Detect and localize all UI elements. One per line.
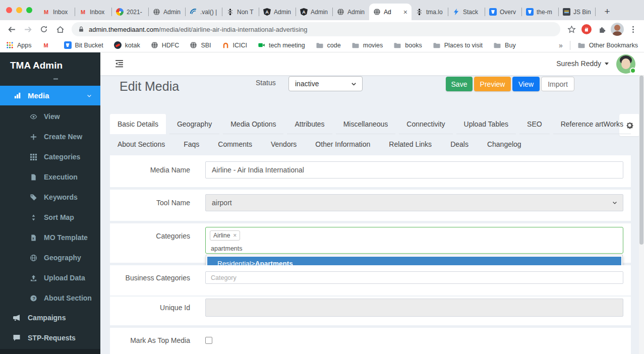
tab-close-icon[interactable]: × <box>403 9 407 16</box>
bookmark-bitbucket[interactable]: Bit Bucket <box>64 41 103 49</box>
tag-remove-icon[interactable]: × <box>233 232 237 239</box>
browser-tab[interactable]: .val() | <box>186 4 222 20</box>
sidebar-item-stp-requests[interactable]: STP-Requests <box>0 328 100 348</box>
browser-tab[interactable]: 2021- <box>112 4 148 20</box>
sidebar-item-view[interactable]: View <box>0 106 100 127</box>
other-bookmarks[interactable]: Other Bookmarks <box>577 41 638 49</box>
tool-name-select[interactable]: airport <box>205 194 623 211</box>
bookmark-kotak[interactable]: kotak <box>114 41 140 49</box>
page-scrollbar-thumb[interactable] <box>639 76 643 245</box>
forward-icon[interactable] <box>21 23 34 36</box>
sidebar-item-keywords[interactable]: Keywords <box>0 187 100 207</box>
browser-tab[interactable]: the-m <box>522 4 558 20</box>
angular-icon <box>263 8 271 16</box>
browser-tab[interactable]: Admin <box>296 4 332 20</box>
home-icon[interactable] <box>53 23 67 36</box>
bookmark-apps[interactable]: Apps <box>6 41 32 49</box>
tab-reference-artworks[interactable]: Reference artWorks <box>553 114 631 134</box>
new-tab-button[interactable]: + <box>600 4 615 19</box>
globe-icon <box>153 8 160 16</box>
media-name-input[interactable] <box>205 161 623 179</box>
tab-deals[interactable]: Deals <box>443 134 476 154</box>
extensions-puzzle-icon[interactable] <box>596 23 608 35</box>
sidebar-item-execution[interactable]: Execution <box>0 167 100 187</box>
tab-media-options[interactable]: Media Options <box>223 114 283 134</box>
bookmark-folder-buy[interactable]: Buy <box>493 41 516 49</box>
tab-basic-details[interactable]: Basic Details <box>110 114 166 134</box>
user-avatar[interactable] <box>616 54 635 74</box>
browser-toolbar: admin.themediaant.com/media/edit/airline… <box>0 20 644 38</box>
address-bar[interactable]: admin.themediaant.com/media/edit/airline… <box>72 22 560 36</box>
sidebar-item-media[interactable]: Media <box>0 86 100 105</box>
sidebar-toggle-icon[interactable] <box>115 59 124 68</box>
tab-faqs[interactable]: Faqs <box>176 134 207 154</box>
browser-tab[interactable]: Admin <box>333 4 369 20</box>
bookmark-folder-books[interactable]: books <box>393 41 422 49</box>
window-close-button[interactable] <box>6 7 12 13</box>
form-row-categories: Categories Airline × apartments Resident… <box>110 223 631 263</box>
reload-icon[interactable] <box>37 23 50 36</box>
window-minimize-button[interactable] <box>16 7 22 13</box>
preview-button[interactable]: Preview <box>474 77 511 91</box>
bookmark-hdfc[interactable]: HDFC <box>151 41 180 49</box>
tab-miscellaneous[interactable]: Miscellaneous <box>336 114 396 134</box>
sidebar-item-sort-map[interactable]: Sort Map <box>0 207 100 227</box>
browser-tab[interactable]: Inbox <box>75 4 111 20</box>
bookmark-sbi[interactable]: SBI <box>190 41 211 49</box>
bitbucket-icon <box>64 41 72 49</box>
tab-connectivity[interactable]: Connectivity <box>399 114 452 134</box>
browser-tab[interactable]: Inbox <box>38 4 75 20</box>
categories-multiselect[interactable]: Airline × apartments <box>205 227 623 254</box>
browser-tab[interactable]: JS Bin <box>559 4 595 20</box>
sidebar-item-mo-template[interactable]: MO Template <box>0 227 100 248</box>
edit-tabs-row2: About Sections Faqs Comments Vendors Oth… <box>110 134 533 154</box>
sidebar: TMA Admin Media View Create New Categori… <box>0 52 100 354</box>
back-icon[interactable] <box>5 23 18 36</box>
tab-upload-tables[interactable]: Upload Tables <box>456 114 516 134</box>
view-button[interactable]: View <box>512 77 540 91</box>
browser-profile-avatar[interactable] <box>611 23 624 36</box>
browser-tab[interactable]: tma.lo <box>412 4 448 20</box>
browser-tab[interactable]: Stack <box>448 4 485 20</box>
browser-menu-kebab-icon[interactable] <box>627 23 639 35</box>
browser-tab[interactable]: Overv <box>485 4 521 20</box>
mark-top-media-checkbox[interactable] <box>205 337 212 344</box>
sidebar-item-create-new[interactable]: Create New <box>0 127 100 147</box>
browser-tab[interactable]: Admin <box>259 4 296 20</box>
business-categories-input[interactable] <box>205 271 623 284</box>
bookmark-gmail[interactable] <box>42 41 53 49</box>
bookmark-folder-places[interactable]: Places to visit <box>433 41 483 49</box>
status-select[interactable]: inactive <box>288 76 363 91</box>
import-button[interactable]: Import <box>541 77 574 91</box>
sidebar-item-upload-data[interactable]: Upload Data <box>0 268 100 288</box>
adblock-extension-icon[interactable] <box>580 23 593 35</box>
sidebar-item-campaigns[interactable]: Campaigns <box>0 308 100 328</box>
tab-changelog[interactable]: Changelog <box>480 134 529 154</box>
bookmark-folder-code[interactable]: code <box>316 41 341 49</box>
save-button[interactable]: Save <box>446 77 473 91</box>
tab-geography[interactable]: Geography <box>169 114 219 134</box>
page-title: Edit Media <box>120 79 179 94</box>
sidebar-item-geography[interactable]: Geography <box>0 248 100 268</box>
sidebar-item-about-section[interactable]: About Section <box>0 288 100 308</box>
tab-vendors[interactable]: Vendors <box>263 134 304 154</box>
browser-tab[interactable]: Non T <box>222 4 259 20</box>
tab-other-information[interactable]: Other Information <box>308 134 378 154</box>
bookmark-star-icon[interactable] <box>565 23 577 35</box>
bookmark-tech-meeting[interactable]: tech meeting <box>258 41 305 49</box>
window-fullscreen-button[interactable] <box>26 7 32 13</box>
tab-about-sections[interactable]: About Sections <box>110 134 172 154</box>
form-row-media-name: Media Name <box>110 155 631 187</box>
tab-comments[interactable]: Comments <box>210 134 260 154</box>
user-menu[interactable]: Suresh Reddy <box>556 60 609 68</box>
tab-seo[interactable]: SEO <box>519 114 550 134</box>
bookmark-folder-movies[interactable]: movies <box>352 41 383 49</box>
bookmark-icici[interactable]: ICICI <box>222 41 247 49</box>
bookmarks-overflow-chevron[interactable]: » <box>559 41 563 49</box>
browser-tab[interactable]: Admin <box>149 4 185 20</box>
browser-tab-active[interactable]: Ad× <box>369 4 412 20</box>
sidebar-item-categories[interactable]: Categories <box>0 147 100 167</box>
tab-attributes[interactable]: Attributes <box>287 114 332 134</box>
category-tag-airline: Airline × <box>210 230 240 241</box>
tab-related-links[interactable]: Related Links <box>381 134 439 154</box>
